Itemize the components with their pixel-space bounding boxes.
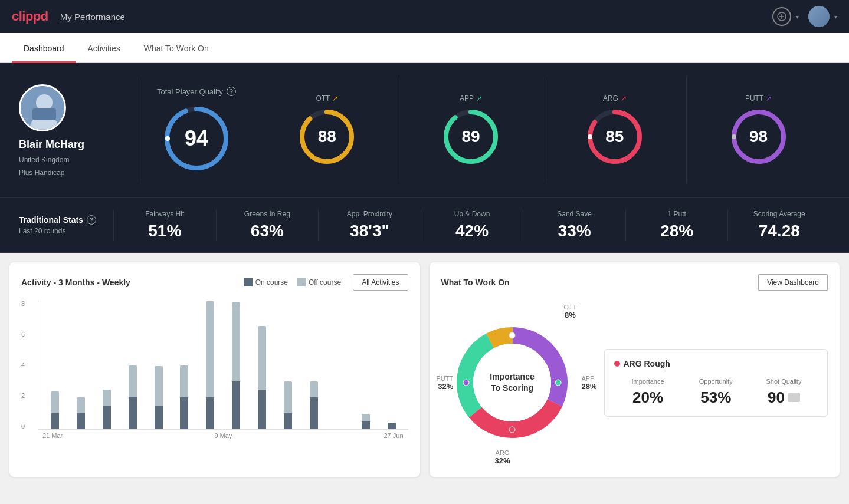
stat-scoring-average: Scoring Average 74.28	[727, 210, 830, 241]
putt-value: 98	[749, 127, 768, 146]
add-button-group[interactable]: ▾	[772, 7, 799, 26]
trad-title: Traditional Stats ?	[19, 215, 113, 225]
bar-on-11	[310, 397, 318, 429]
main-content: Activity - 3 Months - Weekly On course O…	[0, 253, 849, 486]
tab-what-to-work-on[interactable]: What To Work On	[132, 33, 221, 63]
trad-label: Traditional Stats ? Last 20 rounds	[19, 215, 113, 235]
bar-on-10	[284, 413, 292, 429]
player-country: United Kingdom	[19, 156, 69, 164]
work-on-title: What To Work On	[441, 278, 510, 287]
stat-greens-label: Greens In Reg	[244, 210, 290, 218]
app-label: APP ↗	[460, 94, 482, 103]
segment-label-app: APP 28%	[581, 375, 596, 391]
bar-off-6	[180, 365, 188, 397]
donut-svg: Importance To Scoring	[447, 318, 577, 447]
importance-label: Importance	[614, 378, 682, 385]
logo[interactable]: clippd	[12, 9, 48, 24]
arg-label: ARG ↗	[603, 94, 627, 103]
work-on-header: What To Work On View Dashboard	[441, 274, 828, 291]
bar-group-8	[224, 300, 248, 429]
activity-chart-title: Activity - 3 Months - Weekly	[21, 278, 130, 287]
arg-circle: 85	[585, 107, 644, 166]
stat-sand-label: Sand Save	[557, 210, 592, 218]
opportunity-value: 53%	[682, 388, 750, 407]
total-quality-help[interactable]: ?	[227, 87, 236, 96]
info-card-title-text: ARG Rough	[624, 359, 670, 368]
metric-opportunity: Opportunity 53%	[682, 378, 750, 407]
stat-updown-value: 42%	[455, 222, 489, 241]
svg-point-30	[509, 427, 515, 433]
on-course-swatch	[244, 278, 253, 286]
add-button[interactable]	[772, 7, 791, 26]
add-chevron: ▾	[796, 14, 799, 20]
bar-on-6	[180, 397, 188, 429]
stat-fairways-label: Fairways Hit	[145, 210, 184, 218]
header-left: clippd My Performance	[12, 9, 125, 24]
player-handicap: Plus Handicap	[19, 169, 64, 177]
svg-point-29	[555, 380, 561, 386]
activity-controls: On course Off course All Activities	[244, 274, 408, 291]
chart-bars-area	[38, 300, 408, 430]
stat-proximity-value: 38'3"	[350, 222, 389, 241]
info-card-dot	[614, 361, 620, 367]
importance-value: 20%	[614, 388, 682, 407]
quality-card-arg: ARG ↗ 85	[543, 77, 687, 183]
arg-value: 85	[605, 127, 624, 146]
avatar-button-group[interactable]: ▾	[808, 6, 837, 27]
stat-greens-in-reg: Greens In Reg 63%	[216, 210, 319, 241]
stat-oneputt-label: 1 Putt	[668, 210, 686, 218]
stats-panel: Blair McHarg United Kingdom Plus Handica…	[0, 63, 849, 198]
y-label-2: 2	[21, 392, 25, 399]
svg-point-4	[36, 94, 53, 111]
bar-group-3	[95, 300, 119, 429]
ott-arrow: ↗	[332, 94, 338, 103]
view-dashboard-button[interactable]: View Dashboard	[758, 274, 828, 291]
quality-section: Total Player Quality ? 94 OTT ↗	[137, 77, 830, 183]
svg-point-31	[463, 380, 469, 386]
tab-dashboard[interactable]: Dashboard	[12, 33, 76, 63]
app-circle: 89	[441, 107, 500, 166]
arg-arrow: ↗	[621, 94, 627, 103]
legend-on-course: On course	[244, 278, 288, 286]
all-activities-button[interactable]: All Activities	[353, 274, 408, 291]
bar-on-8	[232, 381, 240, 429]
trad-help-icon[interactable]: ?	[87, 215, 96, 225]
svg-text:Importance: Importance	[490, 372, 535, 381]
svg-point-9	[165, 136, 170, 141]
ott-value: 88	[318, 127, 336, 146]
bar-on-5	[155, 406, 163, 429]
bar-group-10	[276, 300, 300, 429]
x-label-jun: 27 Jun	[383, 432, 403, 439]
bar-off-7	[206, 301, 214, 397]
segment-label-arg: ARG 32%	[495, 449, 510, 465]
putt-arrow: ↗	[766, 94, 772, 103]
y-label-0: 0	[21, 423, 25, 430]
y-label-8: 8	[21, 300, 25, 307]
plus-circle-icon	[777, 12, 786, 21]
logo-text: clippd	[12, 9, 48, 24]
bar-group-4	[121, 300, 145, 429]
svg-point-25	[473, 344, 551, 421]
info-card-inner: ARG Rough Importance 20% Opportunity 53%…	[604, 349, 828, 417]
y-axis-labels: 0 2 4 6 8	[21, 300, 25, 430]
opportunity-label: Opportunity	[682, 378, 750, 385]
avatar-image	[808, 6, 830, 27]
y-label-6: 6	[21, 331, 25, 338]
bar-off-8	[232, 302, 240, 381]
svg-text:To Scoring: To Scoring	[490, 383, 533, 393]
svg-point-28	[509, 332, 515, 338]
bar-off-3	[103, 390, 111, 406]
avatar[interactable]	[808, 6, 830, 27]
nav-tabs: Dashboard Activities What To Work On	[0, 33, 849, 63]
trad-period: Last 20 rounds	[19, 227, 113, 235]
x-axis-labels: 21 Mar 9 May 27 Jun	[38, 430, 408, 439]
shot-quality-label: Shot Quality	[750, 378, 818, 385]
bar-off-1	[51, 391, 59, 413]
bar-group-12	[328, 300, 352, 429]
legend-off-course: Off course	[297, 278, 341, 286]
stat-up-and-down: Up & Down 42%	[421, 210, 523, 241]
segment-label-putt: PUTT 32%	[437, 375, 454, 391]
tab-activities[interactable]: Activities	[76, 33, 132, 63]
total-quality-card: Total Player Quality ? 94	[137, 77, 255, 183]
shot-quality-row: 90	[750, 388, 818, 407]
